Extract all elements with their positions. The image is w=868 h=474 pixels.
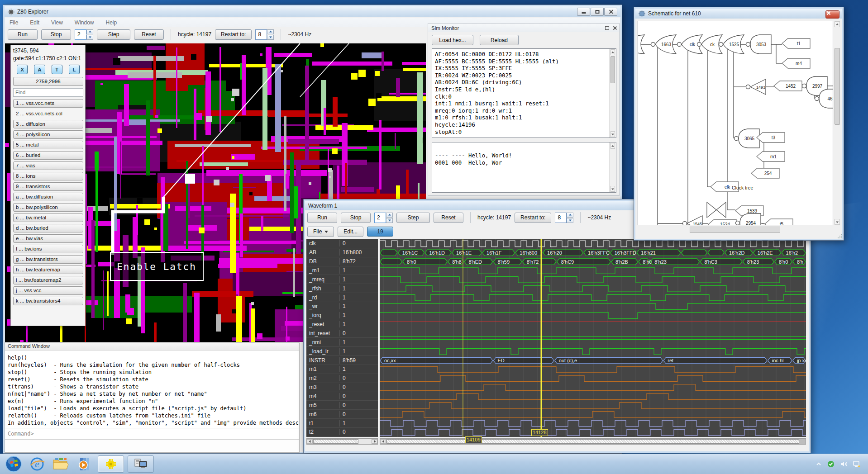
schematic-canvas[interactable]: 1663clkck15253053t1m4149314522997463065t… (638, 21, 833, 225)
layer-item-1[interactable]: 1 ... vss.vcc.nets (13, 99, 83, 108)
signal-row-clk[interactable]: clk0 (306, 239, 378, 248)
status-check-icon[interactable] (827, 460, 835, 468)
restart-value-spinner[interactable]: 8 (555, 213, 573, 223)
close-panel-icon[interactable] (613, 26, 617, 30)
signal-row-_mreq[interactable]: _mreq1 (306, 275, 378, 284)
schematic-vertical-scrollbar[interactable] (834, 21, 841, 225)
layer-item-b[interactable]: b ... bw.polysilicon (13, 203, 83, 212)
waveform-scrollbar[interactable] (380, 438, 806, 445)
step-count-spinner[interactable]: 2 (75, 29, 93, 40)
edit-button[interactable]: Edit... (338, 227, 363, 237)
start-button[interactable] (4, 455, 24, 473)
mode-button-x[interactable]: X (17, 65, 28, 74)
network-icon[interactable] (853, 460, 861, 468)
restart-to-button[interactable]: Restart to: (215, 29, 252, 40)
float-panel-icon[interactable] (605, 26, 609, 30)
volume-icon[interactable] (840, 460, 847, 468)
scroll-down-icon[interactable] (610, 131, 615, 137)
reset-button[interactable]: Reset (134, 29, 164, 40)
signal-row-_m1[interactable]: _m11 (306, 266, 378, 275)
waveform-canvas[interactable]: 16'h1C16'h1D16'h1E16'h1F16'h80016'h2016'… (380, 239, 806, 437)
layer-item-6[interactable]: 6 ... buried (13, 151, 83, 160)
signal-row-t2[interactable]: t20 (306, 428, 378, 437)
command-input[interactable] (5, 440, 299, 451)
layer-item-a[interactable]: a ... bw.diffusion (13, 193, 83, 201)
stop-button[interactable]: Stop (341, 213, 371, 223)
minimize-icon[interactable] (577, 8, 590, 16)
menu-edit[interactable]: Edit (30, 19, 39, 26)
names-scrollbar[interactable] (306, 438, 378, 445)
sim-output-scrollbar[interactable] (609, 142, 616, 192)
signal-row-_iorq[interactable]: _iorq1 (306, 311, 378, 320)
scroll-right-icon[interactable] (372, 439, 377, 444)
signal-row-_reset[interactable]: _reset1 (306, 320, 378, 329)
layer-item-9[interactable]: 9 ... transistors (13, 182, 83, 191)
step-button[interactable]: Step (97, 29, 130, 40)
close-icon[interactable] (825, 10, 839, 19)
stop-button[interactable]: Stop (41, 29, 71, 40)
layer-item-5[interactable]: 5 ... metal (13, 141, 83, 149)
restart-to-button[interactable]: Restart to: (515, 213, 551, 223)
command-window-title[interactable]: Command Window (5, 343, 299, 351)
signal-row-m4[interactable]: m40 (306, 392, 378, 401)
layer-item-h[interactable]: h ... bw.featuremap (13, 265, 83, 274)
step-button[interactable]: Step (396, 213, 430, 223)
zoom-level-button[interactable]: 19 (367, 227, 393, 237)
signal-row-t1[interactable]: t11 (306, 419, 378, 428)
layer-item-i[interactable]: i ... bw.featuremap2 (13, 276, 83, 284)
load-hex-button[interactable]: Load hex... (432, 35, 473, 45)
taskbar-z80-explorer-button[interactable] (98, 455, 124, 473)
mode-button-t[interactable]: T (52, 65, 62, 74)
layer-item-j[interactable]: j ... vss.vcc (13, 286, 83, 295)
media-player-button[interactable] (74, 455, 94, 473)
file-dropdown-button[interactable]: File (307, 227, 334, 237)
sim-monitor-title-bar[interactable]: Sim Monitor (428, 24, 619, 32)
taskbar-sim-app-button[interactable] (128, 455, 154, 473)
layer-item-c[interactable]: c ... bw.metal (13, 213, 83, 222)
menu-help[interactable]: Help (106, 19, 117, 26)
scroll-up-icon[interactable] (610, 49, 615, 55)
close-icon[interactable] (604, 8, 617, 16)
scroll-up-icon[interactable] (610, 143, 615, 149)
menu-file[interactable]: File (10, 19, 18, 26)
schematic-horizontal-scrollbar[interactable] (638, 226, 833, 233)
layer-item-k[interactable]: k ... bw.transistors4 (13, 297, 83, 305)
signal-row-_rfsh[interactable]: _rfsh1 (306, 284, 378, 293)
mode-button-l[interactable]: L (69, 65, 80, 74)
windows-explorer-button[interactable] (51, 455, 71, 473)
run-button[interactable]: Run (307, 213, 337, 223)
scroll-down-icon[interactable] (610, 186, 615, 192)
step-count-spinner[interactable]: 2 (374, 213, 393, 223)
signal-row-AB[interactable]: AB16'h800 (306, 248, 378, 257)
signal-row-int_reset[interactable]: int_reset0 (306, 329, 378, 338)
layer-item-2[interactable]: 2 ... vss.vcc.nets.col (13, 109, 83, 118)
find-input[interactable] (13, 88, 83, 97)
layer-item-e[interactable]: e ... bw.vias (13, 234, 83, 243)
signal-row-m1[interactable]: m11 (306, 365, 378, 374)
menu-view[interactable]: View (51, 19, 63, 26)
layer-item-7[interactable]: 7 ... vias (13, 161, 83, 170)
layer-item-g[interactable]: g ... bw.transistors (13, 255, 83, 264)
layer-item-d[interactable]: d ... bw.buried (13, 224, 83, 232)
signal-row-m3[interactable]: m30 (306, 383, 378, 392)
signal-row-m5[interactable]: m50 (306, 401, 378, 410)
reload-button[interactable]: Reload (480, 35, 519, 45)
scroll-down-icon[interactable] (835, 219, 840, 225)
layer-item-f[interactable]: f ... bw.ions (13, 245, 83, 253)
coordinates-button[interactable]: 2759,2996 (13, 77, 83, 86)
sim-monitor-scrollbar[interactable] (609, 49, 616, 137)
signal-row-_rd[interactable]: _rd1 (306, 293, 378, 302)
layer-item-8[interactable]: 8 ... ions (13, 172, 83, 180)
signal-row-m2[interactable]: m20 (306, 374, 378, 383)
signal-row-_nmi[interactable]: _nmi1 (306, 338, 378, 347)
layer-item-4[interactable]: 4 ... polysilicon (13, 130, 83, 139)
mode-button-a[interactable]: A (34, 65, 45, 74)
signal-row-INSTR[interactable]: INSTR8'h59 (306, 356, 378, 365)
hidden-icons-arrow-icon[interactable] (816, 461, 822, 467)
schematic-title-bar[interactable]: Schematic for net 610 (635, 9, 842, 19)
scroll-left-icon[interactable] (380, 439, 386, 444)
main-title-bar[interactable]: Z80 Explorer (5, 6, 620, 17)
maximize-icon[interactable] (591, 8, 604, 16)
menu-window[interactable]: Window (75, 19, 94, 26)
signal-row-m6[interactable]: m60 (306, 410, 378, 419)
